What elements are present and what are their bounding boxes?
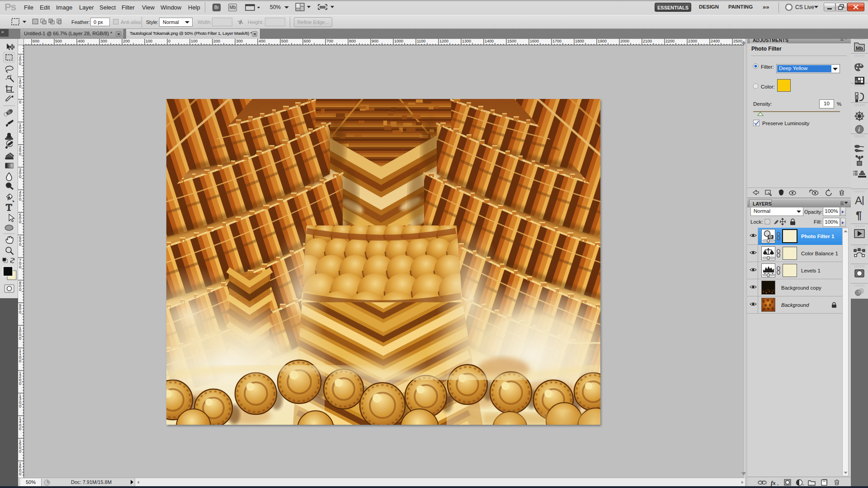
svg-text:T: T <box>6 202 12 213</box>
svg-text:400: 400 <box>259 39 265 43</box>
svg-text:0: 0 <box>19 197 21 202</box>
svg-text:2300: 2300 <box>688 39 697 43</box>
svg-text:0: 0 <box>19 427 21 431</box>
svg-text:0: 0 <box>19 287 21 292</box>
svg-text:1200: 1200 <box>439 39 448 43</box>
svg-text:fx: fx <box>771 479 776 486</box>
svg-text:0: 0 <box>19 174 21 179</box>
svg-text:0: 0 <box>19 449 21 454</box>
svg-text:1700: 1700 <box>552 39 561 43</box>
svg-text:2200: 2200 <box>665 39 675 43</box>
svg-text:900: 900 <box>372 39 378 43</box>
svg-text:1600: 1600 <box>530 39 539 43</box>
svg-text:0: 0 <box>19 359 21 363</box>
svg-text:700: 700 <box>326 39 333 43</box>
svg-text:500: 500 <box>55 39 62 43</box>
svg-text:0: 0 <box>19 310 21 314</box>
svg-text:500: 500 <box>281 39 288 43</box>
svg-text:100: 100 <box>191 39 198 43</box>
svg-text:0: 0 <box>19 381 21 386</box>
svg-text:0: 0 <box>19 84 21 89</box>
svg-text:1500: 1500 <box>507 39 516 43</box>
svg-text:1100: 1100 <box>417 39 425 43</box>
svg-text:0: 0 <box>19 152 21 156</box>
svg-text:0: 0 <box>19 472 21 476</box>
svg-text:2400: 2400 <box>711 39 720 43</box>
svg-text:400: 400 <box>78 39 85 43</box>
svg-text:300: 300 <box>100 39 107 43</box>
svg-text:800: 800 <box>349 39 356 43</box>
svg-text:0: 0 <box>19 100 21 104</box>
svg-text:1800: 1800 <box>575 39 584 43</box>
svg-text:1900: 1900 <box>598 39 607 43</box>
svg-text:1000: 1000 <box>394 39 403 43</box>
svg-text:0: 0 <box>19 404 21 408</box>
svg-text:0: 0 <box>19 129 21 134</box>
svg-text:2100: 2100 <box>643 39 652 43</box>
svg-text:0: 0 <box>19 336 21 341</box>
svg-text:0: 0 <box>19 242 21 247</box>
svg-text:200: 200 <box>123 39 130 43</box>
svg-text:¶: ¶ <box>856 209 862 221</box>
svg-text:1300: 1300 <box>462 39 471 43</box>
svg-text:0: 0 <box>19 61 21 66</box>
svg-text:0: 0 <box>19 265 21 269</box>
svg-text:2000: 2000 <box>620 39 629 43</box>
svg-text:100: 100 <box>146 39 152 43</box>
svg-text:1400: 1400 <box>485 39 494 43</box>
svg-text:Mb: Mb <box>856 46 863 51</box>
svg-text:0: 0 <box>19 220 21 224</box>
svg-text:200: 200 <box>213 39 220 43</box>
svg-text:0: 0 <box>168 39 170 43</box>
svg-text:A: A <box>855 194 862 206</box>
svg-text:600: 600 <box>304 39 311 43</box>
svg-text:i: i <box>859 126 860 133</box>
svg-text:600: 600 <box>33 39 39 43</box>
svg-text:300: 300 <box>236 39 243 43</box>
